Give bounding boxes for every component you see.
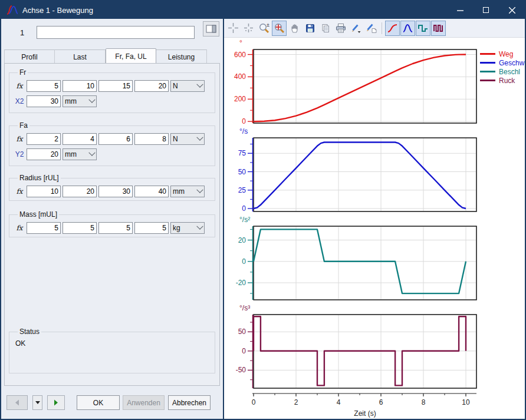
- legend-item-geschw: Geschw: [480, 58, 524, 67]
- radius-value-3[interactable]: [98, 186, 133, 197]
- fx-label: fx: [14, 135, 25, 143]
- chevron-down-icon: [88, 97, 95, 103]
- apply-button[interactable]: Anwenden: [123, 395, 165, 410]
- chart-beschl[interactable]: -20020°/s²: [225, 214, 523, 303]
- fx-label: fx: [14, 224, 25, 232]
- chart-weg[interactable]: 0200400600°: [225, 38, 523, 126]
- axis-index-label: 1: [20, 28, 24, 37]
- radius-value-1[interactable]: [27, 186, 61, 197]
- radius-unit-select[interactable]: mm: [170, 186, 205, 197]
- save-floppy-icon: [305, 23, 315, 34]
- fr-unit-select[interactable]: N: [170, 80, 205, 92]
- svg-text:±: ±: [267, 22, 269, 28]
- axis-name-input[interactable]: [37, 26, 195, 39]
- zoom-button[interactable]: ±: [257, 21, 271, 36]
- snap-crosshair-button[interactable]: [241, 21, 256, 36]
- zoom-pan-button[interactable]: [272, 21, 287, 36]
- mass-value-4[interactable]: [134, 222, 169, 234]
- dialog-buttons: OK Anwenden Abbrechen: [1, 395, 223, 413]
- chevron-down-icon: [196, 223, 203, 230]
- fa-value-3[interactable]: [98, 133, 133, 145]
- status-text: OK: [15, 339, 210, 348]
- beschl-curve-icon: [417, 23, 429, 34]
- close-button[interactable]: [499, 1, 525, 19]
- chart-toolbar: ±: [224, 19, 525, 38]
- group-mass: Mass [mUL] fx kg: [9, 210, 215, 237]
- svg-text:400: 400: [234, 72, 246, 81]
- group-fr: Fr fx N X2 mm: [9, 68, 215, 113]
- save-button[interactable]: [303, 21, 317, 36]
- fr-value-4[interactable]: [134, 80, 169, 92]
- chart-ruck[interactable]: -50050°/s³0246810Zeit (s): [225, 303, 523, 419]
- dropdown-arrow-icon: [35, 401, 40, 404]
- tab-last[interactable]: Last: [55, 49, 106, 64]
- app-icon: [6, 5, 19, 15]
- split-view-button[interactable]: [203, 21, 219, 37]
- legend-line-ruck: [480, 80, 495, 81]
- chart-legend: Weg Geschw Beschl Ruck: [480, 49, 524, 85]
- charts-area: 0200400600° 0255075°/s -20020°/s² -50050…: [224, 38, 525, 419]
- svg-text:2: 2: [294, 398, 298, 406]
- pan-button[interactable]: [287, 21, 302, 36]
- fa-value-1[interactable]: [27, 133, 61, 145]
- chart-panel: ±: [224, 19, 525, 419]
- tab-bar: Profil Last Fr, Fa, UL Leistung: [4, 48, 207, 64]
- pan-hand-icon: [290, 23, 300, 34]
- radius-value-4[interactable]: [134, 186, 169, 197]
- radius-value-2[interactable]: [63, 186, 97, 197]
- mass-value-2[interactable]: [63, 222, 97, 234]
- mass-value-3[interactable]: [98, 222, 133, 234]
- x2-unit-select[interactable]: mm: [63, 95, 97, 107]
- x2-label: X2: [14, 97, 25, 105]
- mass-unit-select[interactable]: kg: [170, 222, 205, 234]
- maximize-button[interactable]: [473, 1, 499, 19]
- minimize-button[interactable]: [447, 1, 473, 19]
- legend-item-beschl: Beschl: [480, 67, 524, 76]
- copy-button[interactable]: [318, 21, 333, 36]
- tab-fr-fa-ul[interactable]: Fr, Fa, UL: [106, 48, 156, 64]
- svg-text:6: 6: [379, 398, 383, 406]
- svg-text:Zeit (s): Zeit (s): [354, 409, 376, 418]
- ok-button[interactable]: OK: [77, 395, 120, 410]
- tab-profil[interactable]: Profil: [4, 49, 55, 64]
- legend-line-geschw: [480, 62, 495, 64]
- axis-menu-button[interactable]: [32, 395, 42, 410]
- next-axis-button[interactable]: [47, 395, 65, 410]
- fr-value-1[interactable]: [27, 80, 61, 92]
- snap-crosshair-icon: [243, 22, 254, 34]
- y2-label: Y2: [14, 150, 25, 158]
- annotate-document-button[interactable]: [364, 21, 379, 36]
- svg-text:50: 50: [238, 168, 246, 176]
- crosshair-cursor-button[interactable]: [226, 21, 241, 36]
- toggle-geschw-curve-button[interactable]: [400, 21, 415, 36]
- fa-unit-select[interactable]: N: [170, 133, 205, 145]
- fr-value-3[interactable]: [98, 80, 133, 92]
- group-fr-legend: Fr: [18, 68, 28, 77]
- tab-page-fr-fa-ul: Fr fx N X2 mm: [4, 63, 220, 386]
- y2-unit-select[interactable]: mm: [63, 148, 97, 160]
- y2-value[interactable]: [27, 148, 61, 160]
- fa-value-2[interactable]: [63, 133, 97, 145]
- fa-value-4[interactable]: [134, 133, 169, 145]
- toggle-beschl-curve-button[interactable]: [416, 21, 430, 36]
- group-radius-legend: Radius [rUL]: [18, 174, 61, 182]
- svg-text:20: 20: [238, 236, 246, 244]
- toggle-ruck-curve-button[interactable]: [431, 21, 446, 36]
- fr-value-2[interactable]: [63, 80, 97, 92]
- cancel-button[interactable]: Abbrechen: [168, 395, 211, 410]
- mass-value-1[interactable]: [27, 222, 61, 234]
- pen-icon: [350, 22, 362, 34]
- fx-label: fx: [14, 187, 25, 196]
- play-arrow-icon: [53, 399, 59, 406]
- group-fa: Fa fx N Y2 mm: [9, 121, 215, 166]
- fx-label: fx: [14, 82, 25, 90]
- previous-axis-button[interactable]: [6, 395, 28, 410]
- legend-item-ruck: Ruck: [480, 76, 524, 85]
- print-button[interactable]: [333, 21, 348, 36]
- annotate-button[interactable]: [349, 21, 363, 36]
- x2-value[interactable]: [27, 95, 61, 107]
- tab-leistung[interactable]: Leistung: [156, 49, 207, 64]
- chart-geschw[interactable]: 0255075°/s: [225, 126, 523, 214]
- printer-icon: [335, 23, 347, 34]
- toggle-weg-curve-button[interactable]: [385, 21, 400, 36]
